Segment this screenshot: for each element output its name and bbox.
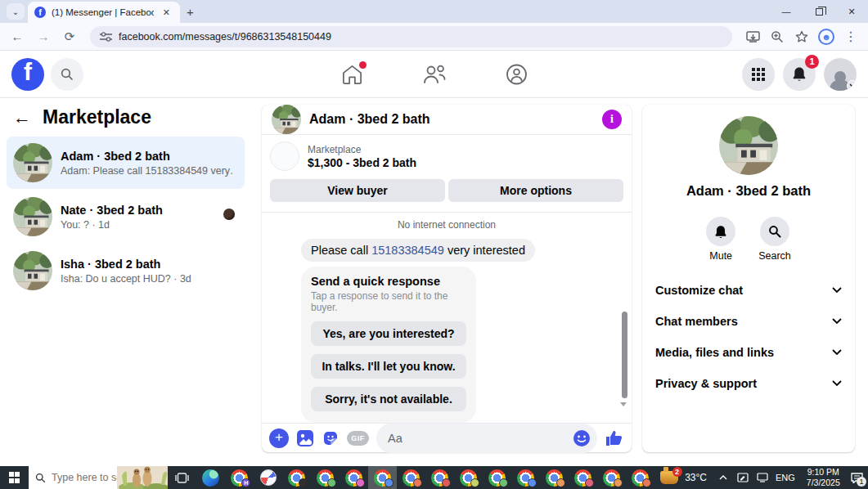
- taskbar-chrome-icon[interactable]: [483, 466, 511, 489]
- network-icon[interactable]: [754, 473, 771, 482]
- taskbar-chrome-icon[interactable]: [597, 466, 626, 489]
- site-settings-icon[interactable]: [100, 32, 112, 42]
- conversation-preview: You: ? · 1d: [61, 219, 163, 231]
- window-minimize-button[interactable]: —: [770, 0, 803, 23]
- taskbar-chrome-icon[interactable]: [569, 466, 597, 489]
- taskbar-chrome-icon[interactable]: [311, 466, 340, 489]
- conversation-info-icon[interactable]: i: [602, 110, 622, 129]
- zoom-icon[interactable]: [767, 26, 788, 47]
- conversation-item-nate[interactable]: Nate · 3bed 2 bath You: ? · 1d: [7, 191, 245, 243]
- chat-title: Adam · 3bed 2 bath: [309, 112, 594, 127]
- search-highlight-image: [117, 466, 168, 489]
- quick-response-card: Send a quick response Tap a response to …: [301, 267, 476, 423]
- attach-plus-icon[interactable]: +: [269, 428, 289, 448]
- forward-icon[interactable]: →: [33, 29, 54, 43]
- photo-icon[interactable]: [296, 429, 314, 447]
- reload-icon[interactable]: ⟳: [59, 29, 80, 44]
- back-icon[interactable]: ←: [13, 107, 31, 128]
- scroll-down-caret[interactable]: [620, 402, 627, 406]
- section-customize-chat[interactable]: Customize chat: [642, 275, 855, 306]
- nav-home[interactable]: [341, 64, 363, 85]
- language-indicator[interactable]: ENG: [771, 466, 800, 489]
- browser-profile-avatar[interactable]: ☻: [816, 26, 837, 47]
- edge-icon[interactable]: [196, 466, 225, 489]
- cast-icon[interactable]: [742, 26, 763, 47]
- start-button[interactable]: [0, 466, 29, 489]
- taskbar-chrome-row: [282, 466, 654, 489]
- nav-friends[interactable]: [422, 64, 447, 85]
- bookmark-star-icon[interactable]: [791, 26, 812, 47]
- facebook-logo[interactable]: f: [11, 58, 44, 91]
- facebook-search-button[interactable]: [51, 58, 83, 91]
- quick-response-option[interactable]: Sorry, it's not available.: [311, 387, 466, 411]
- notifications-button[interactable]: 1: [783, 58, 816, 91]
- account-avatar[interactable]: [824, 58, 857, 91]
- browser-tab[interactable]: f (1) Messenger | Facebook ✕: [28, 2, 180, 23]
- taskbar-clock[interactable]: 9:10 PM 7/3/2025: [800, 466, 847, 489]
- conversation-item-isha[interactable]: Isha · 3bed 2 bath Isha: Do u accept HUD…: [7, 244, 245, 297]
- taskbar-chrome-icon[interactable]: [626, 466, 654, 489]
- windows-ink-icon[interactable]: [735, 473, 751, 482]
- window-close-button[interactable]: ✕: [835, 0, 868, 23]
- notification-app-icon[interactable]: 2: [654, 466, 683, 489]
- browser-tab-strip: ⌄ f (1) Messenger | Facebook ✕ + — ✕: [0, 0, 868, 23]
- quick-response-option[interactable]: Yes, are you interested?: [311, 321, 466, 346]
- taskbar-chrome-icon[interactable]: [397, 466, 425, 489]
- tab-close-icon[interactable]: ✕: [160, 6, 173, 20]
- conversation-item-adam[interactable]: Adam · 3bed 2 bath Adam: Please call 151…: [7, 137, 245, 189]
- search-icon: [61, 68, 74, 81]
- chat-scrollbar[interactable]: [622, 312, 627, 398]
- groups-icon: [506, 64, 528, 85]
- conversation-name: Nate · 3bed 2 bath: [61, 204, 163, 217]
- url-bar[interactable]: facebook.com/messages/t/9686313548150449: [90, 26, 732, 47]
- phone-number-link[interactable]: 15183384549: [371, 244, 444, 257]
- mute-bell-icon: [714, 225, 727, 239]
- emoji-icon[interactable]: [573, 429, 591, 447]
- taskbar-chrome-icon[interactable]: [425, 466, 454, 489]
- details-avatar: [719, 116, 778, 175]
- thumbs-up-icon[interactable]: [605, 428, 624, 448]
- sticker-icon[interactable]: [322, 429, 340, 447]
- nav-groups[interactable]: [506, 64, 528, 85]
- chat-avatar[interactable]: [272, 105, 301, 134]
- snipping-app-icon[interactable]: [254, 466, 282, 489]
- back-icon[interactable]: ←: [7, 29, 28, 43]
- listing-placeholder-circle: [270, 141, 299, 171]
- mute-button[interactable]: Mute: [706, 217, 735, 262]
- search-icon: [35, 473, 46, 483]
- section-media-files-links[interactable]: Media, files and links: [642, 337, 855, 368]
- taskbar-chrome-icon[interactable]: [340, 466, 368, 489]
- action-center-icon[interactable]: 1: [847, 466, 868, 489]
- more-options-button[interactable]: More options: [448, 179, 623, 202]
- details-title: Adam · 3bed 2 bath: [642, 183, 855, 199]
- quick-response-option[interactable]: In talks. I'll let you know.: [311, 354, 466, 379]
- message-input[interactable]: [376, 424, 597, 453]
- section-privacy-support[interactable]: Privacy & support: [642, 368, 855, 399]
- browser-menu-icon[interactable]: ⋮: [840, 26, 861, 47]
- apps-menu-button[interactable]: [742, 58, 775, 91]
- tab-search-button[interactable]: ⌄: [7, 3, 25, 20]
- taskbar-chrome-icon[interactable]: [282, 466, 311, 489]
- conversation-preview: Isha: Do u accept HUD? · 3d: [61, 273, 191, 285]
- taskbar-search-box[interactable]: [29, 466, 168, 489]
- tray-chevron-up-icon[interactable]: [715, 475, 731, 480]
- gif-icon[interactable]: GIF: [347, 431, 369, 446]
- task-view-icon[interactable]: [168, 466, 196, 489]
- section-chat-members[interactable]: Chat members: [642, 306, 855, 337]
- taskbar-chrome-icon[interactable]: [368, 466, 397, 489]
- search-in-conversation-button[interactable]: Search: [758, 217, 791, 262]
- new-tab-button[interactable]: +: [187, 5, 194, 19]
- window-restore-button[interactable]: [803, 0, 835, 23]
- message-list: Please call 15183384549 very interested …: [262, 236, 632, 423]
- chrome-pinned-icon[interactable]: H: [225, 466, 254, 489]
- taskbar-chrome-icon[interactable]: [454, 466, 483, 489]
- taskbar-chrome-icon[interactable]: [540, 466, 569, 489]
- quick-response-subtitle: Tap a response to send it to the buyer.: [311, 290, 466, 313]
- taskbar-chrome-icon[interactable]: [511, 466, 540, 489]
- connection-status: No internet connection: [262, 213, 632, 236]
- url-text: facebook.com/messages/t/9686313548150449: [119, 31, 331, 43]
- listing-avatar: [13, 251, 52, 290]
- weather-temperature[interactable]: 33°C: [683, 466, 713, 489]
- app-badge: 2: [672, 467, 682, 477]
- view-buyer-button[interactable]: View buyer: [270, 179, 445, 202]
